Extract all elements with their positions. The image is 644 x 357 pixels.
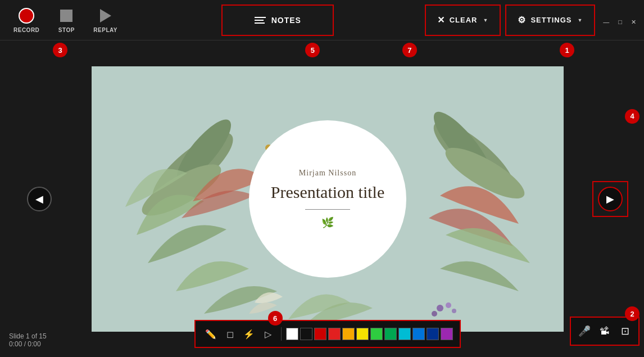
slide-presenter-name: Mirjam Nilsson xyxy=(299,169,356,178)
recording-controls: RECORD STOP REPLAY xyxy=(0,0,131,40)
replay-label: REPLAY xyxy=(93,27,117,33)
stop-button[interactable]: STOP xyxy=(53,4,80,35)
slide-divider xyxy=(305,209,350,210)
action-buttons: ✕ CLEAR ▼ ⚙ SETTINGS ▼ — □ ✕ xyxy=(425,0,644,40)
replay-icon-wrap xyxy=(97,7,115,25)
next-slide-button[interactable]: ▶ xyxy=(598,187,623,211)
svg-point-1 xyxy=(169,112,239,189)
color-swatch-4[interactable] xyxy=(342,328,355,340)
next-button-container: ▶ xyxy=(592,181,628,217)
slide-title-text: Presentation title xyxy=(271,182,384,202)
slide-time: 0:00 / 0:00 xyxy=(9,340,47,348)
maximize-button[interactable]: □ xyxy=(615,17,625,26)
badge-3: 3 xyxy=(53,43,67,57)
badge-6: 6 xyxy=(268,311,283,326)
window-controls: — □ ✕ xyxy=(600,13,644,27)
record-icon-wrap xyxy=(17,7,35,25)
color-swatch-3[interactable] xyxy=(328,328,341,340)
stop-label: STOP xyxy=(58,27,75,33)
left-panel: 3 ◀ Slide 1 of 15 0:00 / 0:00 xyxy=(0,40,79,357)
svg-point-8 xyxy=(426,105,499,185)
svg-point-0 xyxy=(143,122,242,213)
minimize-button[interactable]: — xyxy=(600,17,613,26)
camera-button[interactable]: 📽 xyxy=(596,322,614,340)
slide-status: Slide 1 of 15 0:00 / 0:00 xyxy=(9,332,47,348)
color-swatch-10[interactable] xyxy=(427,328,439,340)
clear-button[interactable]: ✕ CLEAR ▼ xyxy=(425,4,501,36)
gear-icon: ⚙ xyxy=(518,15,526,25)
media-controls: 🎤 📽 ⊡ xyxy=(570,317,640,346)
screen-share-button[interactable]: ⊡ xyxy=(616,322,634,340)
svg-point-10 xyxy=(437,305,443,311)
eraser-tool-button[interactable]: ◻ xyxy=(221,326,238,342)
color-swatches xyxy=(286,328,453,340)
notes-icon xyxy=(255,17,266,24)
highlighter-tool-button[interactable]: ▷ xyxy=(260,326,276,342)
leaf-decoration: 🌿 xyxy=(321,216,334,229)
svg-point-12 xyxy=(432,311,437,317)
notes-section: NOTES xyxy=(131,0,425,40)
badge-5: 5 xyxy=(305,43,320,57)
replay-icon xyxy=(100,9,111,22)
badge-4: 4 xyxy=(625,109,640,124)
settings-chevron-icon: ▼ xyxy=(577,17,583,23)
stop-icon-wrap xyxy=(57,7,75,25)
slide-title-circle: Mirjam Nilsson Presentation title 🌿 xyxy=(249,120,406,278)
slide-area: 5 7 1 xyxy=(79,40,577,357)
color-swatch-9[interactable] xyxy=(412,328,425,340)
svg-point-7 xyxy=(425,111,523,201)
record-icon xyxy=(19,8,34,24)
record-label: RECORD xyxy=(13,27,39,33)
settings-label: SETTINGS xyxy=(530,16,572,24)
badge-7: 7 xyxy=(402,43,417,57)
clear-x-icon: ✕ xyxy=(437,15,445,25)
toolbar-divider xyxy=(281,327,282,341)
svg-point-13 xyxy=(452,309,456,313)
color-swatch-7[interactable] xyxy=(384,328,397,340)
clear-label: CLEAR xyxy=(450,16,478,24)
slide-info: Slide 1 of 15 xyxy=(9,332,47,340)
color-swatch-8[interactable] xyxy=(398,328,411,340)
microphone-button[interactable]: 🎤 xyxy=(575,322,593,340)
color-swatch-11[interactable] xyxy=(441,328,453,340)
settings-button[interactable]: ⚙ SETTINGS ▼ xyxy=(505,4,595,36)
badge-2: 2 xyxy=(625,306,640,321)
record-button[interactable]: RECORD xyxy=(9,4,44,35)
main-area: 3 ◀ Slide 1 of 15 0:00 / 0:00 5 7 1 xyxy=(0,40,644,357)
badge-1: 1 xyxy=(560,43,574,57)
top-bar: RECORD STOP REPLAY NOTES ✕ CLEAR ▼ xyxy=(0,0,644,40)
color-swatch-6[interactable] xyxy=(370,328,383,340)
clear-chevron-icon: ▼ xyxy=(483,17,488,23)
replay-button[interactable]: REPLAY xyxy=(89,4,122,35)
svg-point-2 xyxy=(135,155,228,224)
stop-icon xyxy=(60,10,72,22)
color-swatch-1[interactable] xyxy=(300,328,312,340)
drawing-toolbar: ✏️ ◻ ⚡ ▷ xyxy=(194,320,461,348)
color-swatch-5[interactable] xyxy=(356,328,369,340)
notes-button[interactable]: NOTES xyxy=(221,4,334,36)
prev-slide-button[interactable]: ◀ xyxy=(27,187,52,211)
svg-point-9 xyxy=(439,139,531,207)
close-button[interactable]: ✕ xyxy=(628,17,640,27)
right-panel: 4 ▶ 🎤 📽 ⊡ 2 xyxy=(577,40,644,357)
slide-canvas: Mirjam Nilsson Presentation title 🌿 xyxy=(92,66,564,332)
color-swatch-0[interactable] xyxy=(286,328,298,340)
pen-tool-button[interactable]: ✏️ xyxy=(202,326,219,342)
svg-point-11 xyxy=(446,302,451,308)
notes-label: NOTES xyxy=(271,16,301,25)
laser-tool-button[interactable]: ⚡ xyxy=(241,326,257,342)
color-swatch-2[interactable] xyxy=(314,328,326,340)
